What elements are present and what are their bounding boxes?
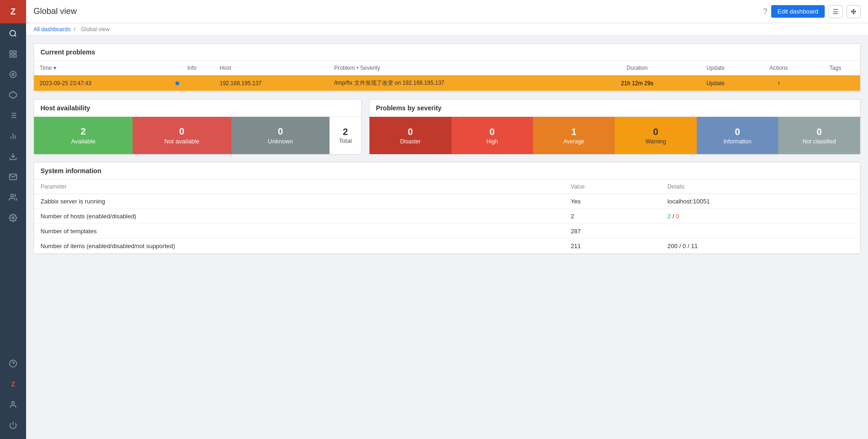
system-info-title: System information [34,162,860,180]
sys-info-row: Number of hosts (enabled/disabled) 2 2 /… [34,209,860,224]
svg-point-0 [10,30,15,36]
host-avail-content: 2 Available 0 Not available 0 Unknown [34,117,361,154]
svg-line-1 [14,35,16,36]
problem-info [170,75,214,91]
sys-param-3: Number of templates [34,224,564,239]
main-content: Global view ? Edit dashboard ☰ ✤ All das… [26,0,868,439]
breadcrumb-current: Global view [81,26,109,33]
sys-value-2: 2 [564,209,661,224]
problems-table: Time ▾ Info Host Problem • Severity Dura… [34,61,860,91]
avail-not-available-count: 0 [179,126,184,137]
col-time[interactable]: Time ▾ [34,61,170,75]
sidebar-item-help[interactable] [0,353,26,374]
problem-host-link[interactable]: 192.168.195.137 [220,80,262,87]
sys-value-3: 287 [564,224,661,239]
host-availability-title: Host availability [34,100,361,117]
severity-bars: 0 Disaster 0 High 1 Average 0 Warning [370,117,860,154]
sidebar-item-power[interactable] [0,415,26,435]
sidebar-item-users[interactable] [0,187,26,208]
avail-total: 2 Total [330,117,361,154]
sys-value-1: Yes [564,194,661,209]
top-header: Global view ? Edit dashboard ☰ ✤ [26,0,868,23]
current-problems-panel: Current problems Time ▾ Info Host Proble… [34,43,861,92]
fullscreen-icon[interactable]: ✤ [847,5,861,18]
app-logo[interactable]: Z [0,0,26,23]
sys-col-details: Details [661,180,860,194]
sys-param-2: Number of hosts (enabled/disabled) [34,209,564,224]
breadcrumb: All dashboards / Global view [26,23,868,36]
severity-disaster-count: 0 [408,127,413,137]
sidebar-item-network[interactable] [0,85,26,105]
sys-value-4: 211 [564,239,661,254]
avail-total-count: 2 [343,127,348,137]
svg-point-23 [12,401,14,404]
svg-rect-4 [14,55,16,57]
sidebar-item-reports[interactable] [0,126,26,146]
sys-col-parameter: Parameter [34,180,564,194]
header-actions: ? Edit dashboard ☰ ✤ [763,5,861,18]
severity-warning-count: 0 [653,127,658,137]
problem-update-link[interactable]: Update [707,80,725,87]
edit-dashboard-button[interactable]: Edit dashboard [771,5,825,18]
sys-param-1: Zabbix server is running [34,194,564,209]
col-host: Host [214,61,329,75]
sys-info-row: Number of templates 287 [34,224,860,239]
sidebar-item-monitoring[interactable] [0,64,26,85]
avail-unknown-count: 0 [278,126,283,137]
severity-warning: 0 Warning [615,117,697,154]
svg-rect-5 [10,55,12,57]
problem-host: 192.168.195.137 [214,75,329,91]
problem-time: 2023-09-25 23:47:43 [34,75,170,91]
col-tags: Tags [811,61,861,75]
svg-marker-8 [10,92,17,99]
avail-available-count: 2 [81,126,86,137]
breadcrumb-all-dashboards[interactable]: All dashboards [34,26,70,33]
col-actions: Actions [747,61,811,75]
detail-green: 2 [667,213,671,220]
severity-high-label: High [486,138,498,145]
sidebar-item-list[interactable] [0,105,26,126]
problem-time-link[interactable]: 2023-09-25 23:47:43 [40,80,91,87]
col-update: Update [684,61,747,75]
problems-severity-title: Problems by severity [370,100,860,117]
sidebar-item-settings[interactable] [0,208,26,228]
sys-info-row: Number of items (enabled/disabled/not su… [34,239,860,254]
problem-actions: ↑ [747,75,811,91]
sidebar-item-download[interactable] [0,146,26,167]
severity-disaster-label: Disaster [400,138,421,145]
system-info-table: Parameter Value Details Zabbix server is… [34,180,860,254]
severity-information-label: Information [723,138,751,145]
sidebar-item-mail[interactable] [0,167,26,187]
svg-rect-3 [14,51,16,53]
sidebar-item-search[interactable] [0,23,26,44]
severity-information: 0 Information [697,117,779,154]
problem-description: /tmp/ftx 文件发现了改变 on 192.168.195.137 [329,75,590,91]
severity-not-classified: 0 Not classified [778,117,860,154]
host-avail-bars: 2 Available 0 Not available 0 Unknown [34,117,330,154]
avail-bar-available: 2 Available [34,117,133,154]
sidebar-item-dashboard[interactable] [0,44,26,64]
sys-detail-2: 2 / 0 [661,209,860,224]
sys-detail-1: localhost:10051 [661,194,860,209]
problems-severity-panel: Problems by severity 0 Disaster 0 High 1… [369,99,861,155]
problem-update: Update [684,75,747,91]
severity-average-count: 1 [571,127,576,137]
sys-detail-3 [661,224,860,239]
help-icon[interactable]: ? [763,7,767,16]
avail-bar-unknown: 0 Unknown [231,117,330,154]
system-information-panel: System information Parameter Value Detai… [34,162,861,254]
svg-point-20 [12,217,14,219]
severity-information-count: 0 [735,127,740,137]
severity-average: 1 Average [533,117,615,154]
sys-param-4: Number of items (enabled/disabled/not su… [34,239,564,254]
sidebar-item-zabbix[interactable]: Z [0,374,26,394]
host-availability-panel: Host availability 2 Available 0 Not avai… [34,99,362,155]
menu-icon[interactable]: ☰ [828,5,843,18]
sidebar-item-user[interactable] [0,394,26,415]
sidebar-bottom: Z [0,353,26,439]
avail-bar-not-available: 0 Not available [133,117,231,154]
problem-desc-link[interactable]: /tmp/ftx 文件发现了改变 on 192.168.195.137 [334,80,444,86]
svg-point-19 [11,194,13,197]
breadcrumb-separator: / [74,26,75,33]
avail-total-label: Total [339,137,351,144]
